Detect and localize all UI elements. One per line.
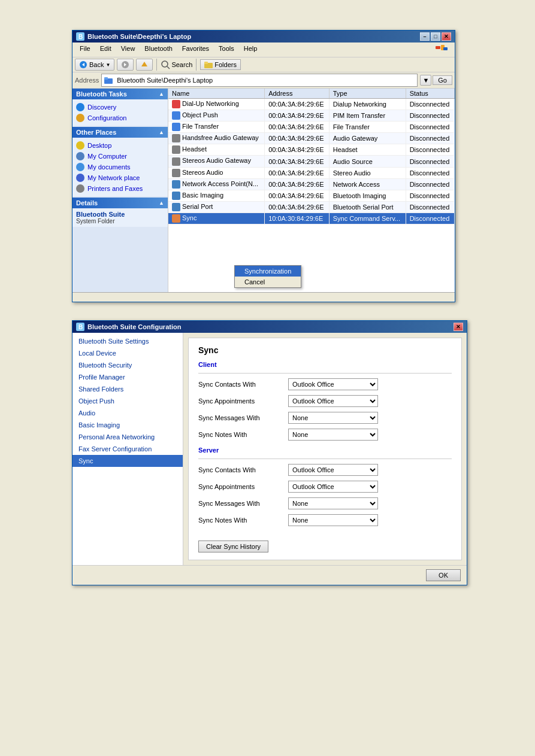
toolbar: Back ▼ Search Folders <box>72 57 455 72</box>
cell-status: Disconnected <box>406 212 454 224</box>
configuration-link[interactable]: Configuration <box>76 113 164 123</box>
back-button[interactable]: Back ▼ <box>75 59 114 71</box>
server-appointments-select[interactable]: Outlook Office None <box>288 481 378 493</box>
menu-view[interactable]: View <box>116 44 140 56</box>
nav-shared-folders[interactable]: Shared Folders <box>72 383 183 395</box>
discovery-icon <box>76 103 84 111</box>
col-status[interactable]: Status <box>406 89 454 99</box>
col-type[interactable]: Type <box>329 89 406 99</box>
cell-status: Disconnected <box>406 99 454 110</box>
nav-audio[interactable]: Audio <box>72 407 183 419</box>
row-icon <box>172 111 180 120</box>
details-title: Details <box>76 199 98 207</box>
nav-object-push[interactable]: Object Push <box>72 395 183 407</box>
collapse-btn-1[interactable]: ▲ <box>159 91 164 97</box>
nav-bluetooth-security[interactable]: Bluetooth Security <box>72 359 183 371</box>
client-appointments-label: Sync Appointments <box>198 397 282 405</box>
bluetooth-tasks-section: Bluetooth Tasks ▲ Discovery Configuratio… <box>72 89 168 126</box>
mynetwork-link[interactable]: My Network place <box>76 172 164 183</box>
desktop-icon <box>76 141 84 150</box>
cell-address: 00:0A:3A:84:29:6E <box>265 178 330 190</box>
table-row[interactable]: Serial Port00:0A:3A:84:29:6EBluetooth Se… <box>168 201 455 212</box>
ctx-cancel[interactable]: Cancel <box>235 277 301 287</box>
row-icon <box>172 203 180 211</box>
col-address[interactable]: Address <box>265 89 330 99</box>
go-button[interactable]: Go <box>433 75 452 85</box>
back-label: Back <box>89 61 104 68</box>
table-row[interactable]: Dial-Up Networking00:0A:3A:84:29:6EDialu… <box>168 99 455 110</box>
cell-name: Object Push <box>168 110 265 122</box>
window2-wrapper: B Bluetooth Suite Configuration ✕ Blueto… <box>72 320 467 585</box>
discovery-label: Discovery <box>87 104 116 111</box>
table-row[interactable]: Basic Imaging00:0A:3A:84:29:6EBluetooth … <box>168 190 455 201</box>
server-contacts-select[interactable]: Outlook Office None <box>288 464 378 476</box>
menu-bluetooth[interactable]: Bluetooth <box>140 44 177 56</box>
cell-address: 00:0A:3A:84:29:6E <box>265 156 330 167</box>
client-appointments-select[interactable]: Outlook Office None <box>288 395 378 407</box>
server-contacts-row: Sync Contacts With Outlook Office None <box>198 464 452 476</box>
table-row[interactable]: Stereos Audio00:0A:3A:84:29:6EStereo Aud… <box>168 167 455 178</box>
close-button[interactable]: ✕ <box>442 32 451 41</box>
menu-file[interactable]: File <box>75 44 95 56</box>
printers-link[interactable]: Printers and Faxes <box>76 183 164 194</box>
nav-bluetooth-settings[interactable]: Bluetooth Suite Settings <box>72 335 183 347</box>
maximize-button[interactable]: □ <box>431 32 440 41</box>
ctx-synchronization[interactable]: Synchronization <box>235 266 301 277</box>
svg-line-11 <box>167 66 170 69</box>
table-row[interactable]: Headset00:0A:3A:84:29:6EHeadsetDisconnec… <box>168 144 455 156</box>
col-name[interactable]: Name <box>168 89 265 99</box>
menu-help[interactable]: Help <box>239 44 262 56</box>
table-row[interactable]: Sync10:0A:30:84:29:6ESync Command Serv..… <box>168 212 455 224</box>
other-places-header: Other Places ▲ <box>72 127 168 138</box>
up-button[interactable] <box>136 59 153 71</box>
ok-button[interactable]: OK <box>426 569 461 581</box>
table-row[interactable]: Network Access Point(N...00:0A:3A:84:29:… <box>168 178 455 190</box>
nav-basic-imaging[interactable]: Basic Imaging <box>72 419 183 431</box>
menu-tools[interactable]: Tools <box>214 44 239 56</box>
client-notes-label: Sync Notes With <box>198 431 282 438</box>
search-label[interactable]: Search <box>171 61 192 68</box>
table-row[interactable]: Object Push00:0A:3A:84:29:6EPIM Item Tra… <box>168 110 455 122</box>
client-messages-select[interactable]: None Outlook Office <box>288 412 378 424</box>
address-bar: Address ▼ Go <box>72 72 455 89</box>
cell-address: 00:0A:3A:84:29:6E <box>265 167 330 178</box>
table-row[interactable]: Handsfree Audio Gateway00:0A:3A:84:29:6E… <box>168 133 455 144</box>
discovery-link[interactable]: Discovery <box>76 102 164 113</box>
statusbar <box>72 292 455 302</box>
mycomputer-link[interactable]: My Computer <box>76 151 164 162</box>
table-header-row: Name Address Type Status <box>168 89 455 99</box>
desktop-link[interactable]: Desktop <box>76 140 164 151</box>
collapse-btn-3[interactable]: ▲ <box>159 200 164 206</box>
cell-type: Stereo Audio <box>329 167 406 178</box>
nav-local-device[interactable]: Local Device <box>72 347 183 359</box>
details-name: Bluetooth Suite <box>76 211 164 218</box>
row-icon <box>172 169 180 177</box>
close-button-2[interactable]: ✕ <box>454 323 463 331</box>
mydocuments-link[interactable]: My documents <box>76 162 164 172</box>
cell-status: Disconnected <box>406 122 454 133</box>
address-input[interactable] <box>114 75 415 86</box>
nav-personal-area-networking[interactable]: Personal Area Networking <box>72 431 183 443</box>
clear-sync-history-button[interactable]: Clear Sync History <box>198 541 268 552</box>
client-notes-select[interactable]: None Outlook Office <box>288 429 378 441</box>
nav-sync[interactable]: Sync <box>72 455 183 467</box>
forward-button[interactable] <box>117 59 134 71</box>
bluetooth-icon-2: B <box>76 323 84 331</box>
cell-address: 00:0A:3A:84:29:6E <box>265 110 330 122</box>
menu-favorites[interactable]: Favorites <box>177 44 214 56</box>
nav-profile-manager[interactable]: Profile Manager <box>72 371 183 383</box>
toolbar-separator-1 <box>156 59 157 71</box>
client-contacts-select[interactable]: Outlook Office None <box>288 378 378 390</box>
server-messages-select[interactable]: None Outlook Office <box>288 497 378 509</box>
collapse-btn-2[interactable]: ▲ <box>159 129 164 135</box>
cell-status: Disconnected <box>406 156 454 167</box>
address-dropdown[interactable]: ▼ <box>420 75 431 86</box>
nav-fax-server[interactable]: Fax Server Configuration <box>72 443 183 455</box>
server-notes-select[interactable]: None Outlook Office <box>288 514 378 526</box>
network-label: My Network place <box>87 174 140 181</box>
minimize-button[interactable]: – <box>420 32 430 41</box>
menu-edit[interactable]: Edit <box>95 44 116 56</box>
table-row[interactable]: Stereos Audio Gateway00:0A:3A:84:29:6EAu… <box>168 156 455 167</box>
table-row[interactable]: File Transfer00:0A:3A:84:29:6EFile Trans… <box>168 122 455 133</box>
folders-button[interactable]: Folders <box>200 59 241 70</box>
